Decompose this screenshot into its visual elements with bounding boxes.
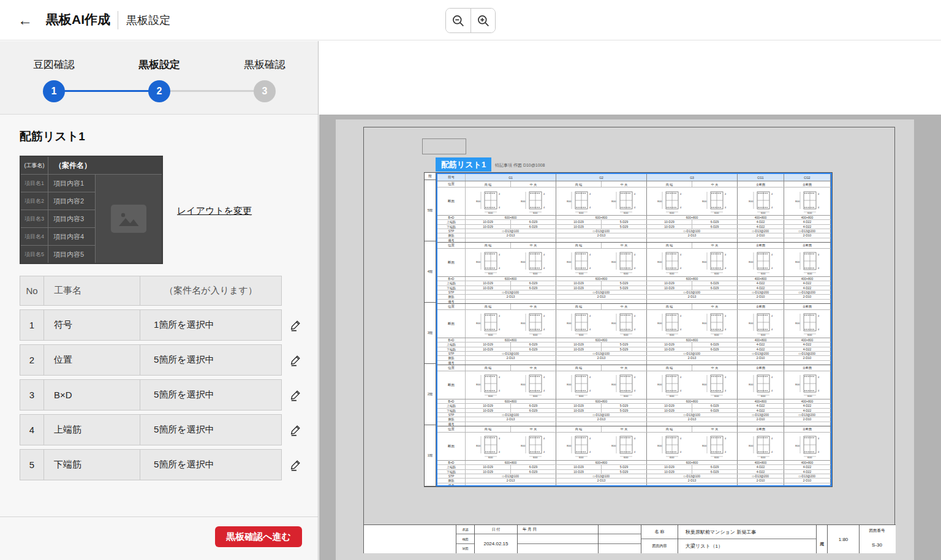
drawing-cell: 腹筋: [437, 479, 466, 482]
step-connector-2-3: [167, 90, 256, 92]
drawing-cell: 400×800: [784, 338, 831, 342]
step-3-circle: 3: [254, 80, 276, 102]
drawing-cell: 4-D22: [784, 465, 831, 469]
svg-text:4: 4: [771, 437, 773, 440]
drawing-cell: □-D13@200: [738, 413, 784, 417]
drawing-row: 下端筋10-D296-D2910-D295-D2910-D296-D294-D2…: [437, 286, 831, 290]
section-sketch: 800 600 4 4 800 600 4 4: [647, 249, 738, 276]
section-sketch: 800 600 4 4 800 600 4 4: [647, 310, 738, 338]
table-row: 4 上端筋 5箇所を選択中: [20, 414, 304, 445]
titleblock-cell: [599, 525, 641, 534]
drawing-frame: 配筋リスト1 特記事項 作図 D10@1008 階5階4階3階2階1階 符号G1…: [363, 127, 895, 553]
zoom-out-button[interactable]: [446, 9, 470, 32]
svg-text:600: 600: [714, 211, 719, 213]
drawing-row: B×D600×800600×800600×800400×800400×800: [437, 216, 831, 220]
drawing-cell: 10-D29: [556, 409, 602, 412]
main-area: 配筋リスト1 特記事項 作図 D10@1008 階5階4階3階2階1階 符号G1…: [319, 41, 941, 560]
col-header-name: 工事名: [43, 276, 140, 306]
drawing-cell: 2-D13: [647, 356, 738, 360]
drawing-row: 腹筋2-D132-D132-D132-D102-D10: [437, 233, 831, 238]
svg-text:800: 800: [521, 383, 526, 386]
drawing-row: 位置両 端中 央両 端中 央両 端中 央全断面全断面: [437, 365, 831, 371]
svg-text:4: 4: [634, 193, 635, 195]
drawing-row: 備考: [437, 238, 831, 243]
titleblock-column: 年 月 日: [517, 525, 598, 553]
drawing-cell: 2-D13: [647, 233, 738, 237]
svg-text:800: 800: [567, 444, 572, 447]
svg-text:600: 600: [488, 211, 493, 213]
drawing-cell: 2-D10: [738, 233, 784, 237]
titleblock-cell: 2024.02.15: [475, 534, 517, 553]
back-arrow-icon: ←: [18, 12, 32, 29]
back-button[interactable]: ←: [15, 10, 36, 31]
drawing-cell: 中 央: [511, 181, 556, 187]
svg-text:4: 4: [680, 390, 681, 392]
edit-button[interactable]: [288, 379, 304, 411]
drawing-cell: □-D13@100: [556, 352, 647, 355]
row-value: 5箇所を選択中: [140, 449, 282, 480]
selection-box[interactable]: 符号G1G2G3CG1CG2位置両 端中 央両 端中 央両 端中 央全断面全断面…: [436, 173, 832, 486]
preview-item-name: 項目名1: [21, 175, 48, 192]
svg-text:600: 600: [807, 395, 812, 397]
selection-tag[interactable]: 配筋リスト1: [436, 157, 491, 172]
svg-text:4: 4: [499, 206, 500, 209]
drawing-cell: 4-D22: [738, 404, 784, 407]
drawing-cell: 6-D29: [511, 470, 556, 474]
svg-text:4: 4: [634, 206, 635, 209]
svg-text:800: 800: [567, 199, 572, 202]
drawing-cell: 400×800: [738, 399, 784, 403]
step-2-circle[interactable]: 2: [148, 80, 170, 102]
drawing-cell: 6-D29: [692, 470, 738, 474]
drawing-cell: □-D13@200: [784, 229, 831, 233]
svg-text:600: 600: [670, 272, 675, 274]
drawing-row: 上端筋10-D296-D2910-D295-D2910-D296-D294-D2…: [437, 281, 831, 286]
section-sketch: 800 600 4 4: [738, 249, 784, 276]
drawing-row: 断面 800 600 4 4 800 600 4: [437, 371, 831, 399]
edit-button[interactable]: [288, 309, 304, 341]
svg-text:4: 4: [634, 328, 635, 331]
step-1-label: 豆図確認: [5, 58, 103, 72]
drawing-cell: 2-D13: [556, 417, 647, 421]
drawing-cell: 5-D29: [602, 409, 647, 412]
svg-text:600: 600: [488, 272, 493, 274]
drawing-cell: [556, 483, 647, 486]
drawing-cell: 400×800: [738, 216, 784, 219]
edit-button[interactable]: [288, 344, 304, 376]
drawing-cell: 4-D22: [738, 281, 784, 285]
drawing-cell: 中 央: [692, 181, 738, 187]
drawing-cell: □-D13@100: [466, 290, 556, 294]
drawing-cell: 10-D29: [466, 470, 511, 474]
svg-text:600: 600: [579, 211, 584, 213]
drawing-row: 備考: [437, 300, 831, 304]
change-layout-link[interactable]: レイアウトを変更: [177, 205, 252, 217]
drawing-cell: 全断面: [784, 243, 831, 248]
titleblock-cell: 図面内容: [641, 539, 678, 553]
drawing-cell: 上端筋: [437, 220, 466, 224]
drawing-cell: □-D13@100: [556, 413, 647, 417]
svg-text:4: 4: [589, 437, 591, 440]
drawing-canvas[interactable]: 配筋リスト1 特記事項 作図 D10@1008 階5階4階3階2階1階 符号G1…: [319, 115, 941, 560]
step-1-circle[interactable]: 1: [43, 80, 65, 102]
drawing-cell: 10-D29: [556, 281, 602, 285]
edit-button[interactable]: [288, 414, 304, 445]
proceed-button[interactable]: 黒板確認へ進む: [215, 526, 302, 547]
svg-text:800: 800: [611, 383, 616, 386]
drawing-cell: 中 央: [511, 365, 556, 371]
svg-text:800: 800: [795, 383, 800, 386]
drawing-cell: 断面: [437, 187, 466, 215]
drawing-annotation: 特記事項 作図 D10@1008: [495, 162, 545, 168]
svg-text:4: 4: [543, 437, 545, 440]
drawing-cell: 全断面: [784, 181, 831, 187]
svg-text:4: 4: [634, 254, 635, 256]
edit-button[interactable]: [288, 449, 304, 480]
svg-text:800: 800: [611, 260, 616, 263]
legend-box: [422, 138, 466, 154]
drawing-cell: 6-D29: [511, 409, 556, 412]
drawing-cell: STP: [437, 229, 466, 233]
titleblock-cell: 承認: [456, 525, 474, 534]
svg-text:600: 600: [761, 333, 766, 336]
drawing-cell: 10-D29: [647, 286, 692, 290]
zoom-in-button[interactable]: [470, 9, 495, 32]
titleblock-column: 縮尺: [816, 525, 827, 553]
drawing-cell: B×D: [437, 277, 466, 281]
